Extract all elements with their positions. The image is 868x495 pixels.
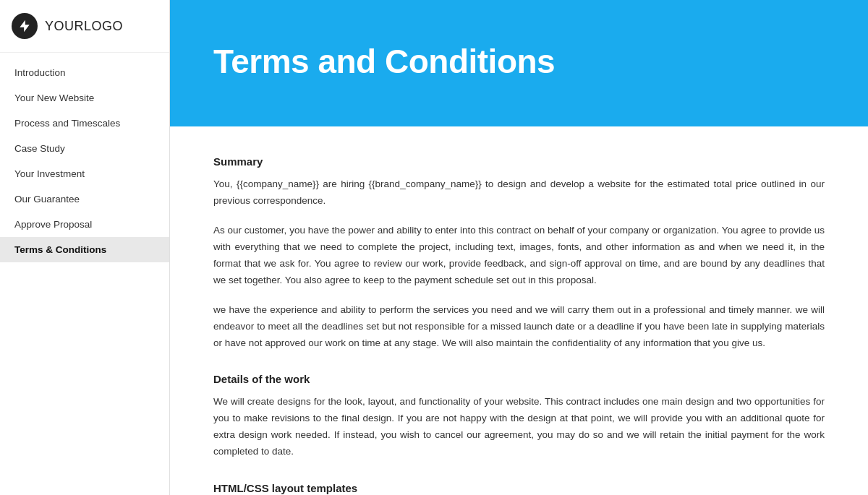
sidebar-nav: IntroductionYour New WebsiteProcess and … [0,53,169,270]
section-0-paragraph-0: You, {{company_name}} are hiring {{brand… [213,176,825,210]
sidebar-item-case-study[interactable]: Case Study [0,136,169,161]
section-heading-0: Summary [213,155,825,168]
svg-marker-0 [20,20,29,33]
section-1-paragraph-0: We will create designs for the look, lay… [213,394,825,460]
logo-brand-suffix: LOGO [84,19,123,33]
sidebar-item-introduction[interactable]: Introduction [0,60,169,85]
logo-text: YOURLOGO [45,19,123,34]
logo-brand-prefix: YOUR [45,19,84,33]
sidebar-item-your-investment[interactable]: Your Investment [0,161,169,186]
sidebar-item-your-new-website[interactable]: Your New Website [0,85,169,111]
sidebar-item-process-and-timescales[interactable]: Process and Timescales [0,111,169,136]
hero-banner: Terms and Conditions [170,0,868,126]
sidebar: YOURLOGO IntroductionYour New WebsitePro… [0,0,170,495]
sidebar-item-approve-proposal[interactable]: Approve Proposal [0,212,169,237]
section-heading-1: Details of the work [213,373,825,385]
main-content: Terms and Conditions SummaryYou, {{compa… [170,0,868,495]
section-0-paragraph-2: we have the experience and ability to pe… [213,302,825,352]
section-0-paragraph-1: As our customer, you have the power and … [213,223,825,289]
page-title: Terms and Conditions [213,42,555,81]
lightning-bolt-icon [12,13,38,39]
sidebar-item-our-guarantee[interactable]: Our Guarantee [0,186,169,212]
content-area: SummaryYou, {{company_name}} are hiring … [170,126,868,495]
section-heading-2: HTML/CSS layout templates [213,482,825,494]
sidebar-item-terms--conditions[interactable]: Terms & Conditions [0,237,169,262]
logo-area: YOURLOGO [0,0,169,53]
